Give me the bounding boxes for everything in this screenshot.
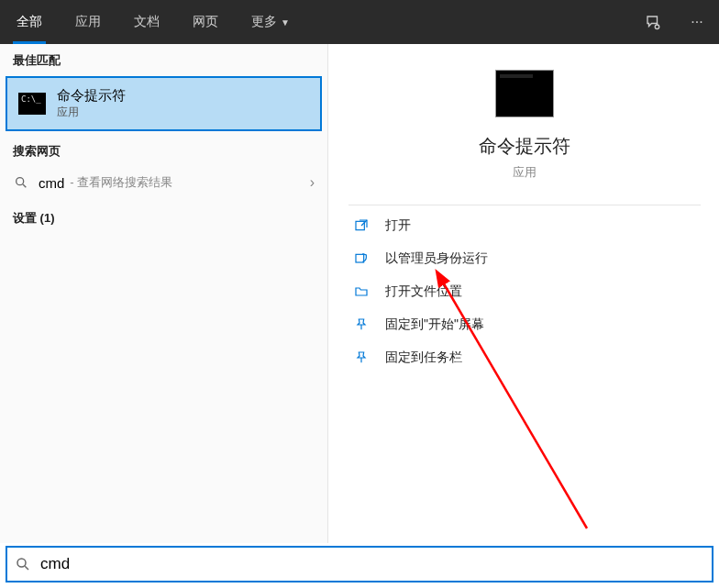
best-match-item[interactable]: C:\_ 命令提示符 应用 bbox=[6, 76, 322, 131]
tab-label: 更多 bbox=[251, 14, 277, 30]
feedback-icon[interactable] bbox=[631, 0, 675, 44]
divider bbox=[348, 205, 701, 205]
search-input[interactable] bbox=[40, 555, 704, 573]
folder-icon bbox=[352, 283, 371, 301]
tab-apps[interactable]: 应用 bbox=[59, 0, 117, 44]
cmd-icon: C:\_ bbox=[18, 93, 46, 115]
chevron-down-icon: ▼ bbox=[281, 17, 290, 28]
tab-web[interactable]: 网页 bbox=[176, 0, 235, 44]
best-match-subtitle: 应用 bbox=[57, 105, 126, 120]
search-icon bbox=[15, 555, 33, 573]
svg-point-1 bbox=[17, 178, 24, 185]
tab-docs[interactable]: 文档 bbox=[117, 0, 176, 44]
web-hint: - 查看网络搜索结果 bbox=[70, 174, 172, 191]
results-panel: 最佳匹配 C:\_ 命令提示符 应用 搜索网页 cmd - 查看网络搜索结果 ›… bbox=[0, 44, 328, 543]
action-run-admin[interactable]: 以管理员身份运行 bbox=[348, 242, 701, 275]
svg-rect-2 bbox=[356, 221, 364, 229]
section-settings: 设置 (1) bbox=[0, 202, 327, 230]
detail-subtitle: 应用 bbox=[513, 164, 536, 181]
open-icon bbox=[352, 216, 371, 235]
web-query: cmd bbox=[39, 175, 64, 191]
search-bar[interactable] bbox=[6, 546, 713, 582]
action-pin-taskbar[interactable]: 固定到任务栏 bbox=[348, 341, 701, 374]
pin-icon bbox=[352, 349, 371, 367]
chevron-right-icon: › bbox=[310, 174, 315, 191]
tab-label: 文档 bbox=[134, 14, 160, 30]
tab-more[interactable]: 更多▼ bbox=[235, 0, 306, 44]
action-open-location[interactable]: 打开文件位置 bbox=[348, 275, 701, 308]
action-pin-start[interactable]: 固定到"开始"屏幕 bbox=[348, 308, 701, 341]
app-thumbnail-icon bbox=[495, 70, 554, 117]
svg-point-0 bbox=[655, 25, 659, 29]
tab-label: 网页 bbox=[193, 14, 218, 30]
action-label: 以管理员身份运行 bbox=[385, 250, 488, 267]
detail-panel: 命令提示符 应用 打开 以管理员身份运行 打开文件位置 固定到"开始"屏幕 固定… bbox=[328, 44, 719, 543]
search-icon bbox=[13, 174, 29, 191]
section-search-web: 搜索网页 bbox=[0, 135, 327, 163]
detail-title: 命令提示符 bbox=[479, 134, 570, 159]
more-icon[interactable]: ··· bbox=[675, 0, 719, 44]
tab-label: 应用 bbox=[75, 14, 101, 30]
action-label: 固定到"开始"屏幕 bbox=[385, 316, 484, 333]
action-label: 固定到任务栏 bbox=[385, 349, 462, 366]
tab-label: 全部 bbox=[17, 14, 42, 30]
tab-all[interactable]: 全部 bbox=[0, 0, 59, 44]
section-best-match: 最佳匹配 bbox=[0, 44, 327, 72]
best-match-title: 命令提示符 bbox=[57, 87, 126, 105]
web-search-item[interactable]: cmd - 查看网络搜索结果 › bbox=[0, 163, 327, 202]
top-tab-bar: 全部 应用 文档 网页 更多▼ ··· bbox=[0, 0, 719, 44]
action-label: 打开文件位置 bbox=[385, 283, 462, 300]
pin-icon bbox=[352, 316, 371, 334]
action-open[interactable]: 打开 bbox=[348, 209, 701, 242]
shield-icon bbox=[352, 250, 371, 268]
action-label: 打开 bbox=[385, 217, 411, 234]
svg-point-5 bbox=[17, 559, 26, 567]
